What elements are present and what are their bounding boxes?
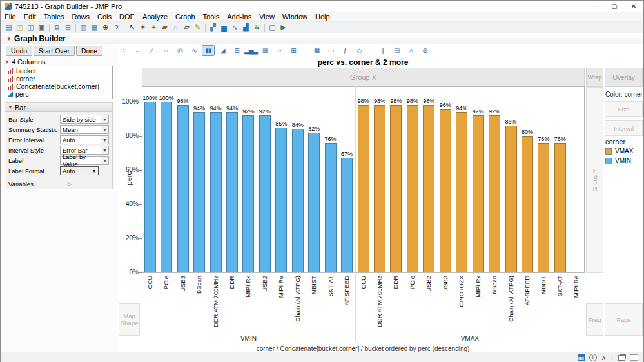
data-view-icon[interactable]: ▞ xyxy=(208,23,219,32)
scroll-up-icon[interactable]: ↑ xyxy=(610,354,614,361)
palette-area-icon[interactable]: ◢ xyxy=(216,45,229,56)
palette-ellipse-icon[interactable]: ○ xyxy=(159,45,172,56)
bar-vmax-at-speed[interactable] xyxy=(522,136,533,272)
interval-zone[interactable]: Interval xyxy=(605,120,643,136)
freq-zone[interactable]: Freq xyxy=(586,303,603,336)
bar-vmax-mbist[interactable] xyxy=(538,143,549,272)
bar-vmax-ccu[interactable] xyxy=(358,105,369,272)
label-format-dropdown[interactable]: Auto▼ xyxy=(60,166,99,175)
column-item[interactable]: corner xyxy=(5,75,112,82)
help-icon[interactable]: ? xyxy=(111,23,122,32)
bar-vmax-mipi-rx[interactable] xyxy=(473,115,484,272)
column-item[interactable]: bucket xyxy=(5,67,112,75)
group-x-zone[interactable]: Group X xyxy=(142,68,585,87)
maximize-button[interactable]: ▢ xyxy=(605,1,624,12)
red-triangle-icon[interactable]: ▼ xyxy=(6,36,12,42)
bar-vmax-usb3[interactable] xyxy=(440,109,451,272)
menu-window[interactable]: Window xyxy=(278,12,311,21)
bar-vmin-bscan[interactable] xyxy=(193,112,205,272)
bar-vmax-nscan[interactable] xyxy=(489,115,500,272)
legend-item[interactable]: VMIN xyxy=(605,157,633,164)
palette-points-icon[interactable]: ∴ xyxy=(117,45,130,56)
zoom-icon[interactable]: ⊕ xyxy=(100,23,111,32)
palette-treemap-icon[interactable]: ⊞ xyxy=(287,45,300,56)
bar-vmin-ddr-atm-700mhz[interactable] xyxy=(210,112,222,272)
red-triangle-icon[interactable]: ▼ xyxy=(8,104,13,110)
graph-builder-icon[interactable]: ▟ xyxy=(240,23,251,32)
info-icon[interactable]: i xyxy=(589,354,597,361)
close-button[interactable]: ✕ xyxy=(624,1,643,12)
cascade-windows-icon[interactable] xyxy=(618,355,625,361)
bar-vmax-ddr[interactable] xyxy=(390,105,402,272)
menu-graph[interactable]: Graph xyxy=(171,12,199,21)
legend-item[interactable]: VMAX xyxy=(605,148,633,155)
window-preview-icon[interactable] xyxy=(630,354,638,361)
palette-caption-box-icon[interactable]: ▭ xyxy=(324,45,337,56)
bar-vmin-skt-at[interactable] xyxy=(325,143,337,272)
bar-vmax-usb2[interactable] xyxy=(423,105,434,272)
menu-file[interactable]: File xyxy=(1,12,20,21)
distribution-icon[interactable]: ▅ xyxy=(219,23,229,32)
menu-doe[interactable]: DOE xyxy=(115,12,139,21)
menu-tools[interactable]: Tools xyxy=(199,12,224,21)
bar-vmax-gpio-iozx[interactable] xyxy=(456,112,467,272)
arrow-tool-icon[interactable]: ↖ xyxy=(126,23,137,32)
menu-rows[interactable]: Rows xyxy=(68,12,94,21)
new-data-table-icon[interactable]: ▤ xyxy=(3,23,14,32)
menu-analyze[interactable]: Analyze xyxy=(139,12,171,21)
group-y-zone[interactable]: Group Y xyxy=(586,87,603,273)
color-role-label[interactable]: Color: corner xyxy=(605,91,643,98)
page-zone[interactable]: Page xyxy=(605,303,643,336)
palette-ternary-icon[interactable]: △ xyxy=(404,45,417,56)
layout-icon[interactable]: ▦ xyxy=(89,23,100,32)
menu-add-ins[interactable]: Add-Ins xyxy=(223,12,255,21)
crosshair-tool-icon[interactable]: ⌖ xyxy=(148,23,159,32)
summary-statistic-dropdown[interactable]: Mean▼ xyxy=(60,125,109,134)
bar-vmin-ccu[interactable] xyxy=(144,102,156,272)
data-table-status-icon[interactable] xyxy=(578,354,585,361)
error-interval-dropdown[interactable]: Auto▼ xyxy=(60,135,109,144)
lasso-tool-icon[interactable]: ◌ xyxy=(170,23,181,32)
start-over-button[interactable]: Start Over xyxy=(34,46,75,56)
bar-vmin-mipi-re[interactable] xyxy=(275,128,287,272)
map-shape-zone[interactable]: Map Shape xyxy=(119,303,140,336)
palette-contour-icon[interactable]: ◎ xyxy=(173,45,186,56)
menu-view[interactable]: View xyxy=(255,12,278,21)
label-dropdown[interactable]: Label by Value▼ xyxy=(60,156,109,165)
palette-line-icon[interactable]: ∿ xyxy=(188,45,200,56)
disclosure-triangle-icon[interactable]: ▷ xyxy=(68,181,72,187)
save-icon[interactable]: ◫ xyxy=(25,23,36,32)
column-item[interactable]: Concatenate[bucket,corner] xyxy=(5,82,112,90)
palette-parallel-icon[interactable]: ∥ xyxy=(376,45,389,56)
menu-tables[interactable]: Tables xyxy=(40,12,68,21)
bar-vmax-pcie[interactable] xyxy=(407,105,418,272)
open-icon[interactable]: ◳ xyxy=(14,23,25,32)
size-zone[interactable]: Size xyxy=(605,101,643,117)
red-triangle-icon[interactable]: ▼ xyxy=(5,59,10,65)
palette-smoother-icon[interactable]: ≈ xyxy=(131,45,144,56)
eraser-tool-icon[interactable]: ▱ xyxy=(181,23,192,32)
bar-vmin-ddr[interactable] xyxy=(226,112,238,272)
palette-histogram-icon[interactable]: ▂▅▃ xyxy=(244,45,257,56)
bar-vmin-mipi-rx[interactable] xyxy=(242,115,254,272)
palette-map-shapes-icon[interactable]: ◇ xyxy=(353,45,366,56)
palette-heatmap-icon[interactable]: ▦ xyxy=(259,45,271,56)
palette-box-plot-icon[interactable]: ⊟ xyxy=(230,45,243,56)
palette-mosaic-icon[interactable]: ▩ xyxy=(310,45,323,56)
palette-formula-icon[interactable]: ƒ xyxy=(338,45,351,56)
run-script-icon[interactable]: ▶ xyxy=(278,23,289,32)
collapse-icon[interactable]: ∧ xyxy=(601,354,606,361)
bar-style-dropdown[interactable]: Side by side▼ xyxy=(60,115,109,124)
bar-vmax-ddr-atm-700mhz[interactable] xyxy=(374,105,385,272)
annotate-tool-icon[interactable]: ✎ xyxy=(192,23,203,32)
bar-vmin-pcie[interactable] xyxy=(161,102,172,272)
palette-line-of-fit-icon[interactable]: ∕ xyxy=(145,45,158,56)
paste-icon[interactable]: ⊟ xyxy=(63,23,73,32)
journal-icon[interactable]: ▥ xyxy=(78,23,89,32)
wrap-zone[interactable]: Wrap xyxy=(586,68,603,87)
print-icon[interactable]: ▣ xyxy=(36,23,47,32)
fit-y-by-x-icon[interactable]: ∿ xyxy=(229,23,240,32)
minimize-button[interactable]: ─ xyxy=(585,1,605,12)
palette-pie-icon[interactable]: ◔ xyxy=(273,45,286,56)
bar-vmin-mbist[interactable] xyxy=(308,133,320,272)
